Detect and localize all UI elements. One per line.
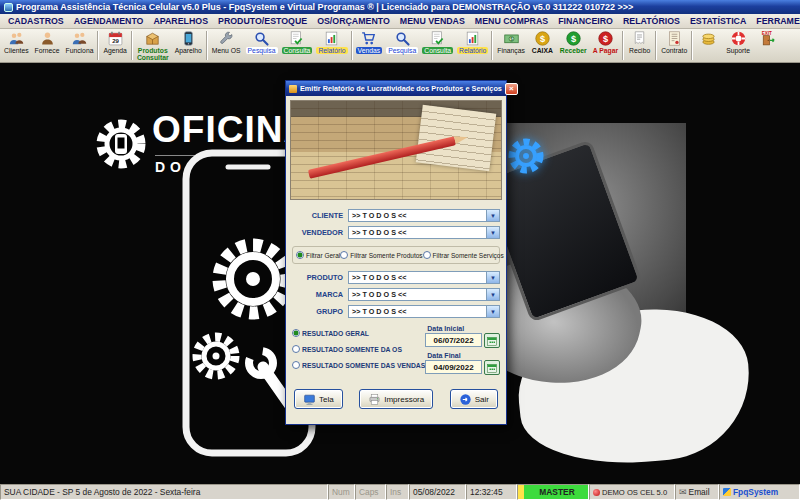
radio-filtrar-geral[interactable]: Filtrar Geral (296, 251, 340, 259)
toolbar-relat-rio-button[interactable]: Relatório (314, 29, 349, 62)
magnifier-icon (393, 30, 412, 47)
title-bar: Programa Assistência Técnica Celular v5.… (0, 0, 800, 14)
toolbar-label: Relatório (457, 47, 488, 54)
menu-item-relat-rios[interactable]: RELATÓRIOS (618, 16, 685, 26)
marca-combo[interactable]: >> T O D O S << ▼ (348, 288, 500, 301)
radio-resultado-somente-da-os[interactable]: RESULTADO SOMENTE DA OS (292, 345, 425, 353)
toolbar-fornece-button[interactable]: Fornece (32, 29, 63, 62)
toolbar-label: CAIXA (531, 47, 554, 54)
main-toolbar: ClientesForneceFunciona29AgendaProdutos … (0, 29, 800, 63)
toolbar-exit-button[interactable]: EXIT (753, 29, 782, 62)
chevron-down-icon[interactable]: ▼ (486, 227, 499, 238)
toolbar-separator (622, 31, 624, 60)
toolbar-finan-as-button[interactable]: $Finanças (494, 29, 528, 62)
menu-item-label: OS/ORÇAMENTO (317, 16, 390, 26)
radio-filtrar-somente-produtos[interactable]: Filtrar Somente Produtos (340, 251, 422, 259)
toolbar-a-pagar-button[interactable]: $A Pagar (590, 29, 621, 62)
toolbar-caixa-button[interactable]: $CAIXA (528, 29, 557, 62)
status-demo: DEMO OS CEL 5.0 (589, 484, 675, 500)
close-icon[interactable]: × (505, 83, 518, 95)
toolbar-suporte-button[interactable]: Suporte (723, 29, 753, 62)
report-banner-image (290, 100, 502, 200)
toolbar-consulta-button[interactable]: Consulta (280, 29, 315, 62)
dialog-icon (289, 85, 297, 93)
toolbar-funciona-button[interactable]: Funciona (63, 29, 97, 62)
dollar-gold-icon: $ (533, 30, 552, 47)
calendar-icon[interactable] (484, 360, 500, 375)
toolbar-vendas-button[interactable]: Vendas (354, 29, 385, 62)
toolbar-pesquisa-button[interactable]: Pesquisa (244, 29, 280, 62)
toolbar-separator (206, 31, 208, 60)
toolbar-coins-button[interactable] (694, 29, 723, 62)
radio-label: Filtrar Somente Serviços (433, 252, 504, 259)
toolbar-clientes-button[interactable]: Clientes (1, 29, 32, 62)
box-icon (143, 30, 162, 47)
phone-icon (179, 30, 198, 47)
toolbar-label: Agenda (102, 47, 127, 54)
dialog-title-bar: Emitir Relatório de Lucratividade dos Pr… (286, 81, 506, 96)
menu-item-label: ESTATÍSTICA (690, 16, 746, 26)
radio-label: RESULTADO SOMENTE DA OS (302, 346, 402, 353)
status-ins: Ins (386, 484, 409, 500)
toolbar-relat-rio-button[interactable]: Relatório (455, 29, 490, 62)
menu-item-agendamento[interactable]: AGENDAMENTO (69, 16, 149, 26)
menu-item-aparelhos[interactable]: APARELHOS (148, 16, 213, 26)
toolbar-contrato-button[interactable]: Contrato (658, 29, 690, 62)
radio-filtrar-somente-servicos[interactable]: Filtrar Somente Serviços (423, 251, 504, 259)
dialog-buttons: Tela Impressora Sair (294, 389, 498, 409)
chevron-down-icon[interactable]: ▼ (486, 272, 499, 283)
toolbar-consulta-button[interactable]: Consulta (420, 29, 455, 62)
grupo-combo[interactable]: >> T O D O S << ▼ (348, 305, 500, 318)
tela-button[interactable]: Tela (294, 389, 343, 409)
fpqsystem-label: FpqSystem (733, 487, 778, 497)
menu-item-financeiro[interactable]: FINANCEIRO (553, 16, 618, 26)
menu-item-label: FERRAMENTAS (756, 16, 800, 26)
user-indicator (518, 485, 524, 499)
chevron-down-icon[interactable]: ▼ (486, 289, 499, 300)
data-final-field[interactable]: 04/09/2022 (425, 360, 482, 374)
radio-resultado-geral[interactable]: RESULTADO GERAL (292, 329, 425, 337)
toolbar-label: Clientes (3, 47, 30, 54)
status-time: 12:32:45 (466, 484, 517, 500)
produto-combo[interactable]: >> T O D O S << ▼ (348, 271, 500, 284)
vendedor-combo[interactable]: >> T O D O S << ▼ (348, 226, 500, 239)
data-inicial-field[interactable]: 06/07/2022 (425, 333, 482, 347)
status-email[interactable]: ✉ Email (675, 484, 719, 500)
toolbar-pesquisa-button[interactable]: Pesquisa (384, 29, 420, 62)
toolbar-recibo-button[interactable]: Recibo (625, 29, 654, 62)
menu-item-menu-compras[interactable]: MENU COMPRAS (470, 16, 553, 26)
toolbar-menu-os-button[interactable]: Menu OS (209, 29, 244, 62)
menu-item-label: MENU COMPRAS (475, 16, 548, 26)
produto-label: PRODUTO (292, 273, 348, 282)
cliente-label: CLIENTE (292, 211, 348, 220)
sair-button[interactable]: Sair (450, 389, 498, 409)
menu-item-os-or-amento[interactable]: OS/ORÇAMENTO (312, 16, 395, 26)
status-fpqsystem[interactable]: FpqSystem (719, 484, 800, 500)
toolbar-produtos-consultar-button[interactable]: Produtos Consultar (134, 29, 172, 62)
doc-check-icon (428, 30, 447, 47)
exit-arrow-icon (459, 393, 472, 406)
chevron-down-icon[interactable]: ▼ (486, 306, 499, 317)
toolbar-agenda-button[interactable]: 29Agenda (100, 29, 129, 62)
app-icon (4, 3, 13, 12)
radio-resultado-somente-das-vendas[interactable]: RESULTADO SOMENTE DAS VENDAS (292, 361, 425, 369)
svg-text:EXIT: EXIT (762, 31, 772, 36)
radio-label: RESULTADO GERAL (302, 330, 369, 337)
menu-item-produto-estoque[interactable]: PRODUTO/ESTOQUE (213, 16, 312, 26)
cliente-combo[interactable]: >> T O D O S << ▼ (348, 209, 500, 222)
menu-item-estat-stica[interactable]: ESTATÍSTICA (685, 16, 751, 26)
button-label: Tela (319, 395, 334, 404)
gear-logo-icon (92, 113, 150, 175)
calendar-icon[interactable] (484, 333, 500, 348)
radio-dot (292, 329, 300, 337)
chevron-down-icon[interactable]: ▼ (486, 210, 499, 221)
impressora-button[interactable]: Impressora (359, 389, 433, 409)
menu-item-menu-vendas[interactable]: MENU VENDAS (395, 16, 470, 26)
toolbar-aparelho-button[interactable]: Aparelho (172, 29, 205, 62)
menu-item-cadastros[interactable]: CADASTROS (3, 16, 69, 26)
menu-item-ferramentas[interactable]: FERRAMENTAS (751, 16, 800, 26)
filter-groupbox: Filtrar Geral Filtrar Somente Produtos F… (292, 246, 500, 264)
toolbar-receber-button[interactable]: $Receber (557, 29, 590, 62)
money-icon: $ (502, 30, 521, 47)
result-date-section: RESULTADO GERAL RESULTADO SOMENTE DA OS … (292, 325, 500, 379)
